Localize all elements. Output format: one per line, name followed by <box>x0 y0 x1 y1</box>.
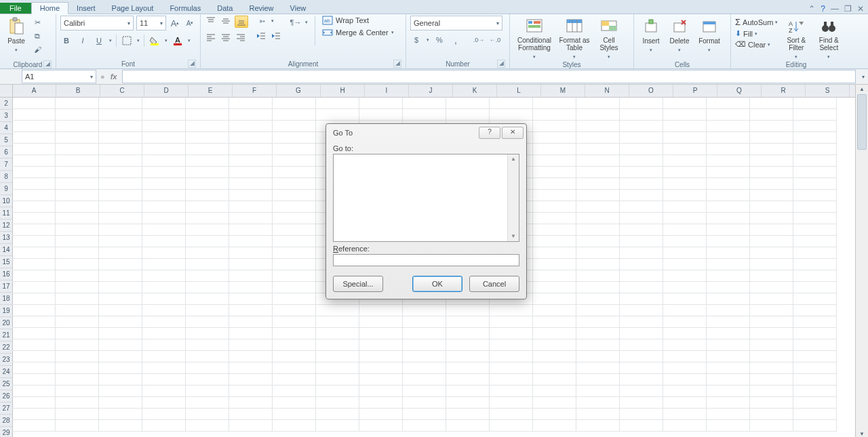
row-header-5[interactable]: 5 <box>0 134 12 146</box>
row-header-25[interactable]: 25 <box>0 378 12 390</box>
row-header-17[interactable]: 17 <box>0 280 12 293</box>
increase-font-button[interactable]: A▴ <box>169 18 181 28</box>
format-cells-button[interactable]: Format▾ <box>695 16 724 60</box>
row-header-22[interactable]: 22 <box>0 341 12 354</box>
alignment-dialog-launcher[interactable]: ◢ <box>393 60 401 68</box>
autosum-button[interactable]: ΣAutoSum▾ <box>735 17 778 27</box>
row-header-16[interactable]: 16 <box>0 268 12 280</box>
conditional-formatting-button[interactable]: Conditional Formatting▾ <box>514 16 555 60</box>
col-header-K[interactable]: K <box>453 85 497 97</box>
name-box[interactable]: A1▾ <box>22 70 96 83</box>
bold-button[interactable]: B <box>60 35 73 46</box>
scroll-up-icon[interactable]: ▲ <box>856 85 868 94</box>
expand-formula-bar-button[interactable]: ▾ <box>859 74 868 80</box>
orientation-button[interactable]: ➳ <box>255 16 269 26</box>
row-header-9[interactable]: 9 <box>0 183 12 195</box>
find-select-button[interactable]: Find & Select▾ <box>814 16 843 60</box>
col-header-F[interactable]: F <box>233 85 277 97</box>
row-header-24[interactable]: 24 <box>0 366 12 378</box>
col-header-P[interactable]: P <box>673 85 717 97</box>
row-header-8[interactable]: 8 <box>0 171 12 183</box>
percent-format-button[interactable]: % <box>433 35 446 45</box>
scroll-down-icon[interactable]: ▼ <box>856 430 868 437</box>
formula-bar[interactable] <box>122 70 856 83</box>
row-header-11[interactable]: 11 <box>0 207 12 220</box>
dialog-close-button[interactable]: ✕ <box>502 127 524 139</box>
col-header-S[interactable]: S <box>806 85 850 97</box>
col-header-D[interactable]: D <box>144 85 189 97</box>
tab-formulas[interactable]: Formulas <box>161 3 209 14</box>
number-format-combo[interactable]: General▾ <box>410 16 502 30</box>
ok-button[interactable]: OK <box>412 276 462 292</box>
format-painter-button[interactable]: 🖌 <box>31 44 43 55</box>
row-header-27[interactable]: 27 <box>0 402 12 415</box>
row-header-20[interactable]: 20 <box>0 317 12 329</box>
row-header-23[interactable]: 23 <box>0 354 12 366</box>
align-middle-button[interactable] <box>220 16 232 26</box>
align-left-button[interactable] <box>205 32 217 43</box>
insert-cells-button[interactable]: Insert▾ <box>638 16 664 60</box>
listbox-scrollbar[interactable]: ▲ ▼ <box>507 154 519 241</box>
tab-home[interactable]: Home <box>31 2 68 14</box>
increase-decimal-button[interactable]: .0→ <box>473 35 485 45</box>
column-headers[interactable]: ABCDEFGHIJKLMNOPQRS <box>12 85 855 98</box>
accounting-format-button[interactable]: $ <box>410 35 422 45</box>
vertical-scrollbar[interactable]: ▲ ▼ <box>855 85 868 437</box>
font-color-button[interactable]: A <box>172 35 184 46</box>
tab-file[interactable]: File <box>0 3 31 14</box>
cell-styles-button[interactable]: Cell Styles▾ <box>594 16 624 60</box>
borders-button[interactable] <box>121 35 133 46</box>
font-dialog-launcher[interactable]: ◢ <box>188 60 196 68</box>
row-header-28[interactable]: 28 <box>0 415 12 427</box>
fill-button[interactable]: ⬇Fill▾ <box>735 29 778 38</box>
cancel-edit-icon[interactable]: ● <box>100 72 105 81</box>
tab-insert[interactable]: Insert <box>68 3 104 14</box>
col-header-G[interactable]: G <box>277 85 321 97</box>
row-header-26[interactable]: 26 <box>0 390 12 402</box>
col-header-B[interactable]: B <box>56 85 100 97</box>
tab-page-layout[interactable]: Page Layout <box>104 3 162 14</box>
align-right-button[interactable] <box>235 32 247 43</box>
window-close-icon[interactable]: ✕ <box>857 4 864 14</box>
col-header-R[interactable]: R <box>762 85 806 97</box>
row-header-6[interactable]: 6 <box>0 146 12 159</box>
delete-cells-button[interactable]: Delete▾ <box>667 16 692 60</box>
reference-input[interactable] <box>333 254 519 266</box>
row-header-18[interactable]: 18 <box>0 293 12 305</box>
special-button[interactable]: Special... <box>333 276 383 292</box>
sort-filter-button[interactable]: AZ Sort & Filter▾ <box>782 16 810 60</box>
col-header-A[interactable]: A <box>12 85 56 97</box>
col-header-H[interactable]: H <box>321 85 365 97</box>
col-header-C[interactable]: C <box>100 85 144 97</box>
col-header-E[interactable]: E <box>189 85 233 97</box>
clipboard-dialog-launcher[interactable]: ◢ <box>43 60 52 68</box>
col-header-Q[interactable]: Q <box>717 85 762 97</box>
help-icon[interactable]: ? <box>821 4 825 14</box>
align-center-button[interactable] <box>220 32 232 43</box>
align-top-button[interactable] <box>205 16 217 26</box>
row-header-14[interactable]: 14 <box>0 244 12 256</box>
align-bottom-button[interactable] <box>235 16 248 28</box>
row-header-2[interactable]: 2 <box>0 98 12 110</box>
row-header-10[interactable]: 10 <box>0 195 12 207</box>
font-name-combo[interactable]: Calibri▾ <box>60 16 134 30</box>
tab-review[interactable]: Review <box>241 3 281 14</box>
merge-center-button[interactable]: Merge & Center ▾ <box>322 28 394 37</box>
col-header-I[interactable]: I <box>365 85 409 97</box>
row-header-15[interactable]: 15 <box>0 256 12 268</box>
number-dialog-launcher[interactable]: ◢ <box>497 60 505 68</box>
tab-view[interactable]: View <box>282 3 315 14</box>
row-header-29[interactable]: 29 <box>0 427 12 437</box>
format-as-table-button[interactable]: Format as Table▾ <box>557 16 591 60</box>
cancel-button[interactable]: Cancel <box>469 276 519 292</box>
row-header-4[interactable]: 4 <box>0 122 12 134</box>
col-header-N[interactable]: N <box>585 85 629 97</box>
minimize-ribbon-icon[interactable]: ⌃ <box>808 4 815 14</box>
decrease-indent-button[interactable] <box>255 30 267 41</box>
fx-icon[interactable]: fx <box>111 72 117 81</box>
row-header-12[interactable]: 12 <box>0 220 12 232</box>
window-restore-icon[interactable]: ❐ <box>844 4 852 14</box>
fill-color-button[interactable] <box>149 35 161 46</box>
dialog-help-button[interactable]: ? <box>479 127 500 139</box>
row-header-13[interactable]: 13 <box>0 232 12 244</box>
